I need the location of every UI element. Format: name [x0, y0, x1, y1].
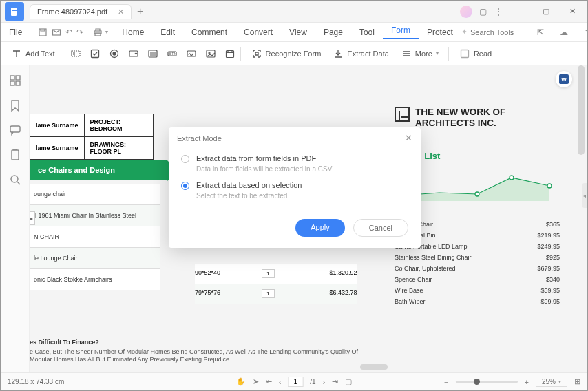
search-input[interactable] — [470, 28, 525, 36]
notification-icon[interactable]: ▢ — [479, 7, 487, 17]
bottom-paragraph: es Difficult To Finance? e Case, But The… — [30, 339, 374, 364]
menu-comment[interactable]: Comment — [183, 28, 235, 37]
menubar: File ↶ ↷ ▾ HomeEditCommentConvertViewPag… — [1, 23, 587, 42]
zoom-slider[interactable] — [456, 381, 518, 383]
button-field-icon[interactable]: BTN — [166, 47, 178, 60]
svg-rect-6 — [72, 51, 80, 56]
paragraph-body: e Case, But The Sheer Number Of Modular … — [30, 348, 374, 364]
close-button[interactable]: ✕ — [563, 3, 582, 20]
svg-point-26 — [475, 192, 479, 196]
svg-rect-0 — [11, 8, 17, 16]
undo-icon[interactable]: ↶ — [65, 26, 72, 39]
open-external-icon[interactable]: ⇱ — [534, 26, 547, 39]
recognize-icon — [251, 47, 263, 60]
menu-convert[interactable]: Convert — [235, 28, 281, 37]
recognize-form-button[interactable]: Recognize Form — [245, 47, 327, 60]
checkbox-field-icon[interactable] — [89, 47, 101, 60]
page-input[interactable] — [288, 377, 303, 387]
menu-edit[interactable]: Edit — [152, 28, 183, 37]
read-toggle[interactable]: Read — [453, 47, 497, 60]
image-field-icon[interactable] — [204, 47, 217, 60]
tab-label: Frame 48097024.pdf — [37, 8, 107, 16]
zoom-dropdown[interactable]: 25%▾ — [536, 377, 567, 387]
radio-field-icon[interactable] — [108, 47, 120, 60]
doc-left-table: lame SurnamePROJECT: BEDROOM lame Surnam… — [30, 114, 154, 160]
redo-icon[interactable]: ↷ — [76, 26, 83, 39]
paragraph-title: es Difficult To Finance? — [30, 339, 374, 346]
wand-icon: ✦ — [461, 28, 468, 36]
statusbar: 129.18 x 74.33 cm ✋ ➤ ⇤ ‹ /1 › ⇥ ▢ − + 2… — [1, 372, 587, 390]
table-cell: lame Surname — [30, 114, 85, 137]
select-tool-icon[interactable]: ➤ — [253, 377, 259, 386]
option-selection[interactable]: Extract data based on selection Select t… — [181, 181, 408, 200]
svg-rect-5 — [94, 31, 101, 34]
dialog-close-icon[interactable]: ✕ — [405, 133, 412, 143]
chevron-down-icon: ▾ — [436, 50, 439, 56]
date-field-icon[interactable] — [224, 47, 236, 60]
signature-field-icon[interactable] — [185, 47, 198, 60]
bookmark-icon[interactable] — [8, 98, 22, 112]
cancel-button[interactable]: Cancel — [353, 219, 408, 237]
menu-form[interactable]: Form — [383, 25, 419, 39]
maximize-button[interactable]: ▢ — [536, 3, 556, 20]
table-cell: lame Surname — [30, 137, 85, 160]
search-tools[interactable]: ✦ — [461, 28, 525, 36]
app-icon — [5, 2, 24, 21]
right-panel-handle[interactable]: ◂ — [582, 183, 587, 208]
dropdown-field-icon[interactable] — [127, 47, 140, 60]
menu-protect[interactable]: Protect — [419, 28, 461, 37]
zoom-in-icon[interactable]: + — [525, 378, 529, 386]
page-dimensions: 129.18 x 74.33 cm — [8, 378, 64, 385]
next-page-icon[interactable]: › — [323, 378, 326, 386]
menu-page[interactable]: Page — [315, 28, 351, 37]
last-page-icon[interactable]: ⇥ — [332, 377, 338, 386]
account-avatar[interactable] — [460, 6, 472, 18]
option-form-fields[interactable]: Extract data from form fields in PDF Dat… — [181, 154, 408, 173]
export-word-button[interactable]: W — [556, 71, 572, 87]
search-panel-icon[interactable] — [8, 173, 22, 187]
item-list: ▸ ounge chairil 1961 Miami Chair In Stai… — [30, 184, 160, 290]
print-icon[interactable] — [93, 26, 103, 39]
more-button[interactable]: More ▾ — [395, 47, 444, 60]
page-total: /1 — [310, 378, 315, 385]
fit-page-icon[interactable]: ▢ — [345, 377, 352, 386]
listbox-field-icon[interactable] — [147, 47, 159, 60]
price-row: Spence Chair$340 — [395, 274, 560, 285]
list-item: N CHAIR — [30, 226, 160, 248]
thumbnails-icon[interactable] — [8, 74, 22, 87]
first-page-icon[interactable]: ⇤ — [266, 377, 272, 386]
zoom-out-icon[interactable]: − — [444, 378, 448, 386]
expand-icon[interactable]: ⌃ — [581, 26, 588, 39]
cloud-upload-icon[interactable]: ☁ — [558, 26, 570, 39]
apply-button[interactable]: Apply — [295, 219, 345, 237]
new-tab-button[interactable]: + — [137, 6, 143, 18]
radio-unselected-icon — [181, 155, 189, 163]
menu-view[interactable]: View — [281, 28, 315, 37]
add-text-button[interactable]: Add Text — [5, 47, 61, 60]
print-chevron-icon[interactable]: ▾ — [105, 29, 108, 35]
menu-tool[interactable]: Tool — [351, 28, 383, 37]
text-icon — [10, 47, 23, 60]
file-menu[interactable]: File — [1, 28, 30, 37]
document-tab[interactable]: Frame 48097024.pdf ✕ — [30, 4, 132, 19]
comment-icon[interactable] — [8, 123, 22, 137]
menu-home[interactable]: Home — [114, 28, 152, 37]
vertical-scrollbar[interactable] — [576, 65, 586, 360]
radio-selected-icon — [181, 182, 189, 190]
mail-icon[interactable] — [52, 26, 61, 39]
prev-page-icon[interactable]: ‹ — [279, 378, 282, 386]
svg-rect-23 — [10, 126, 20, 132]
svg-text:BTN: BTN — [169, 52, 176, 56]
hand-tool-icon[interactable]: ✋ — [236, 377, 246, 386]
attachment-icon[interactable] — [8, 148, 22, 162]
save-icon[interactable] — [38, 26, 48, 39]
horizontal-scrollbar[interactable] — [30, 363, 560, 371]
extract-data-button[interactable]: Extract Data — [326, 47, 395, 60]
expand-arrow-icon[interactable]: ▸ — [30, 211, 35, 225]
svg-point-28 — [547, 184, 552, 188]
tab-close-icon[interactable]: ✕ — [118, 8, 124, 17]
kebab-menu-icon[interactable]: ⋮ — [494, 6, 503, 17]
text-field-icon[interactable] — [70, 47, 82, 60]
fit-width-icon[interactable]: ⊞ — [574, 377, 580, 386]
minimize-button[interactable]: ─ — [510, 3, 529, 20]
